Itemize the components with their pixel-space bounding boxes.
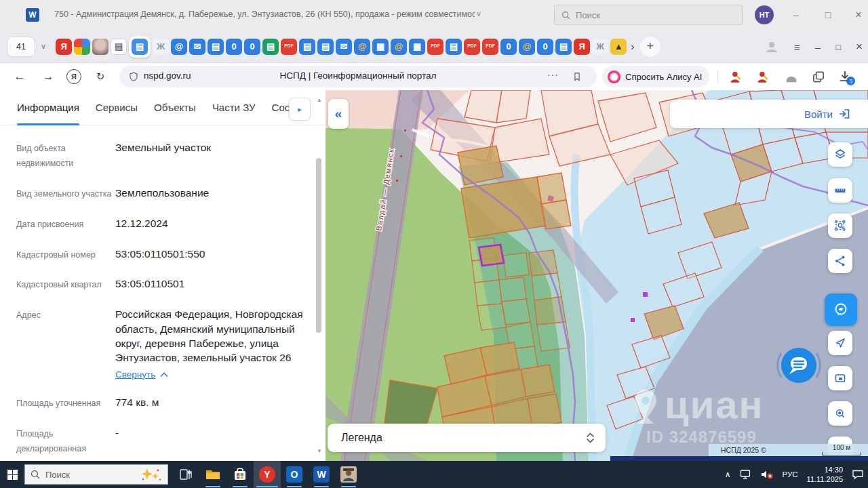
back-button[interactable]: ← [9,63,30,90]
map-canvas[interactable]: Валдай — Демянск [326,90,868,461]
browser-tab[interactable]: Я [574,39,590,55]
browser-tab[interactable]: ✉ [336,39,352,55]
new-tab-button[interactable]: + [640,37,660,57]
layers-tool-button[interactable] [828,142,852,167]
tab-overflow-arrow-icon[interactable]: › [631,40,635,54]
locate-tool-button[interactable] [828,331,852,355]
collapse-address-link[interactable]: Свернуть [115,369,168,382]
browser-tab[interactable]: ▤ [555,39,572,55]
area-select-tool-button[interactable] [828,214,852,238]
browser-tab[interactable]: ▤ [317,39,334,55]
selected-parcel[interactable] [479,245,504,266]
browser-tab[interactable]: 0 [244,39,260,55]
chat-fab[interactable] [772,338,826,392]
legend-bar[interactable]: Легенда [328,424,606,452]
tab-counter[interactable]: 41 [7,37,35,57]
browser-tab[interactable]: @ [519,39,535,55]
browser-tab[interactable]: PDF [482,39,498,55]
panel-tabs-more-button[interactable]: ▸ [289,98,311,121]
browser-minimize-button[interactable]: – [815,41,821,53]
task-view-button[interactable] [172,461,199,488]
browser-tab[interactable]: ▤ [299,39,315,55]
profile-icon[interactable] [764,39,779,54]
autosave-chevron-icon[interactable]: ∨ [476,9,481,18]
panel-scrollbar[interactable] [316,158,321,333]
extension-editor-icon[interactable] [755,70,770,85]
measure-tool-button[interactable] [828,178,852,203]
panel-tab-объекты[interactable]: Объекты [154,90,196,125]
word-close-button[interactable]: × [848,5,868,25]
extension-editor-icon[interactable] [728,70,743,85]
assistant-tool-button[interactable] [825,293,857,326]
share-tool-button[interactable] [828,249,852,273]
panel-tab-части зу[interactable]: Части ЗУ [212,90,256,125]
browser-tab[interactable]: Ж [153,39,169,55]
browser-tab[interactable]: 0 [500,39,517,55]
word-button[interactable]: W [308,461,335,488]
bookmark-icon[interactable] [572,71,582,82]
browser-tab[interactable]: @ [391,39,407,55]
address-bar[interactable]: nspd.gov.ru НСПД | Геоинформационный пор… [119,66,597,87]
panel-collapse-button[interactable]: « [328,99,349,129]
clock-date: 11.11.2025 [807,475,843,483]
browser-tab[interactable]: Я [56,39,72,55]
yandex-browser-button[interactable]: Y [254,461,281,488]
photo-app-button[interactable] [335,461,362,488]
ms-store-button[interactable] [226,461,254,488]
language-indicator[interactable]: РУС [783,470,798,479]
panel-tab-сервисы[interactable]: Сервисы [96,90,138,125]
downloads-button[interactable]: 3 [838,70,853,85]
browser-tab[interactable]: PDF [427,39,443,55]
browser-tab[interactable] [74,39,90,55]
overview-map-tool-button[interactable] [828,366,852,390]
notifications-icon[interactable] [852,469,864,480]
browser-tab[interactable] [92,39,108,55]
browser-tab[interactable]: ▤ [208,39,224,55]
browser-tab[interactable]: ✉ [189,39,205,55]
reload-button[interactable]: ↻ [90,63,111,90]
browser-tab[interactable]: ▦ [409,39,425,55]
browser-tab[interactable]: ▤ [262,39,279,55]
browser-tab[interactable]: ▦ [372,39,389,55]
word-search-box[interactable]: Поиск [554,5,743,25]
tray-expand-icon[interactable]: ∧ [725,470,731,479]
taskbar-search-box[interactable]: Поиск [24,464,168,485]
outlook-button[interactable]: O [281,461,308,488]
object-search-tool-button[interactable] [828,401,852,426]
shared-tabs-icon[interactable] [811,70,826,85]
browser-tab[interactable]: ▤ [111,39,127,55]
browser-tab[interactable]: @ [171,39,187,55]
panel-tab-информация[interactable]: Информация [17,90,79,125]
ask-alice-button[interactable]: Спросить Алису AI [602,66,709,87]
forward-button[interactable]: → [38,63,58,90]
browser-tab[interactable]: ▤ [129,36,151,58]
file-explorer-button[interactable] [199,461,226,488]
browser-tab[interactable]: PDF [281,39,297,55]
address-more-icon[interactable]: ··· [547,69,559,80]
start-button[interactable] [0,461,24,488]
panel-scroll-up-icon[interactable]: ▲ [317,97,322,103]
main-content: ИнформацияСервисыОбъектыЧасти ЗУСостав ▸… [0,90,868,461]
word-maximize-button[interactable]: □ [817,5,839,25]
user-avatar[interactable]: НТ [755,5,774,24]
yandex-services-icon[interactable]: Я [66,69,81,84]
browser-maximize-button[interactable]: □ [835,42,841,52]
browser-tab[interactable]: ▤ [446,39,462,55]
adblock-shield-icon[interactable] [784,70,799,85]
volume-muted-icon[interactable] [761,469,774,480]
browser-tab[interactable]: PDF [464,39,480,55]
browser-tab[interactable]: Ж [592,39,608,55]
browser-close-button[interactable]: × [856,40,863,54]
login-bar[interactable]: Войти [670,100,868,128]
panel-scroll-down-icon[interactable]: ▼ [317,448,322,454]
browser-tab[interactable]: 0 [226,39,242,55]
clock[interactable]: 14:30 11.11.2025 [807,465,843,485]
browser-tab[interactable]: @ [354,39,370,55]
browser-menu-icon[interactable]: ≡ [794,41,800,53]
word-minimize-button[interactable]: – [785,5,807,25]
browser-tab[interactable]: ▲ [610,39,627,55]
tab-counter-chevron-icon[interactable]: ∨ [41,42,46,51]
yandex-browser-icon: Y [259,466,275,483]
browser-tab[interactable]: 0 [537,39,553,55]
network-icon[interactable] [740,469,752,480]
